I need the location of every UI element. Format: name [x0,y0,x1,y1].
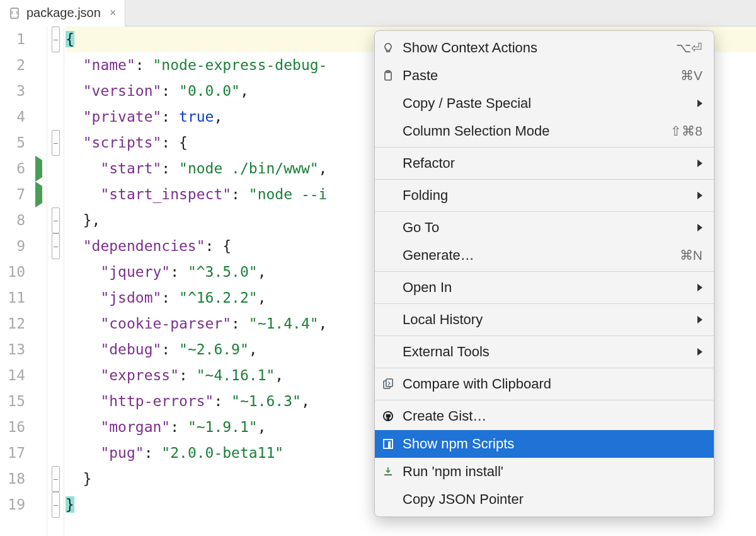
gutter-slot[interactable] [30,104,47,130]
gutter-slot[interactable] [30,414,47,440]
line-number: 16 [0,414,25,440]
token-str: "node-express-debug- [153,57,328,73]
menu-item-run-npm-install[interactable]: Run 'npm install' [375,458,714,486]
token-sp [66,341,100,358]
fold-slot[interactable] [47,414,64,440]
fold-slot[interactable] [47,466,64,492]
menu-item-show-npm-scripts[interactable]: Show npm Scripts [375,430,714,458]
gutter-slot[interactable] [30,233,47,259]
fold-slot[interactable] [47,233,64,259]
fold-toggle-icon[interactable] [52,466,60,492]
fold-slot[interactable] [47,156,64,182]
fold-slot[interactable] [47,207,64,233]
fold-slot[interactable] [47,182,64,207]
menu-item-copy-json-pointer[interactable]: Copy JSON Pointer [375,486,714,513]
token-sp [66,83,83,99]
fold-toggle-icon[interactable] [52,26,60,52]
line-number: 19 [0,492,25,518]
menu-shortcut: ⌘V [680,68,702,83]
line-number: 18 [0,466,25,492]
menu-item-compare-with-clipboard[interactable]: Compare with Clipboard [375,370,714,398]
run-script-icon[interactable] [35,182,42,207]
token-sp [66,445,100,461]
token-pun: } [83,470,92,487]
menu-item-local-history[interactable]: Local History [375,306,714,334]
fold-slot[interactable] [47,337,64,363]
menu-item-show-context-actions[interactable]: Show Context Actions⌥⏎ [375,34,714,62]
fold-toggle-icon[interactable] [52,130,60,156]
gutter-slot[interactable] [30,492,47,518]
gutter-slot[interactable] [30,259,47,285]
gutter-slot[interactable] [30,156,47,182]
menu-item-folding[interactable]: Folding [375,182,714,209]
gutter-slot[interactable] [30,182,47,207]
menu-item-label: Folding [403,187,690,204]
fold-slot[interactable] [47,130,64,156]
token-sp [66,212,83,228]
fold-slot[interactable] [47,285,64,311]
menu-item-create-gist[interactable]: Create Gist… [375,402,714,430]
fold-slot[interactable] [47,259,64,285]
fold-toggle-icon[interactable] [52,233,60,259]
token-str: "2.0.0-beta11" [161,445,284,461]
menu-item-open-in[interactable]: Open In [375,274,714,301]
fold-slot[interactable] [47,26,64,52]
fold-slot[interactable] [47,52,64,78]
gutter-slot[interactable] [30,311,47,337]
token-key: "private" [83,108,162,125]
fold-column [47,26,64,536]
menu-item-column-selection-mode[interactable]: Column Selection Mode⇧⌘8 [375,117,714,145]
fold-slot[interactable] [47,311,64,337]
run-marker-column [30,26,47,536]
gutter-slot[interactable] [30,78,47,104]
menu-item-label: Create Gist… [403,408,702,424]
svg-rect-2 [385,72,391,80]
fold-slot[interactable] [47,78,64,104]
gutter-slot[interactable] [30,337,47,363]
menu-item-label: Paste [403,67,673,84]
github-icon [381,409,395,423]
menu-item-generate[interactable]: Generate…⌘N [375,242,714,269]
menu-item-paste[interactable]: Paste⌘V [375,62,714,90]
run-script-icon[interactable] [35,156,42,182]
gutter-slot[interactable] [30,130,47,156]
gutter-slot[interactable] [30,52,47,78]
token-pun: , [258,419,266,435]
close-tab-icon[interactable]: × [106,6,117,20]
menu-item-go-to[interactable]: Go To [375,214,714,242]
fold-slot[interactable] [47,492,64,518]
token-pun: : [214,393,231,409]
clipboard-icon [381,69,395,83]
tab-bar: package.json × [0,0,756,26]
blank-icon [381,189,395,202]
token-pun: , [249,341,258,358]
menu-item-copy-paste-special[interactable]: Copy / Paste Special [375,90,714,117]
gutter-slot[interactable] [30,363,47,388]
token-str: "^16.2.2" [179,289,258,306]
token-key: "jsdom" [100,289,161,306]
fold-slot[interactable] [47,440,64,466]
gutter-slot[interactable] [30,388,47,414]
token-pun: : { [205,238,232,254]
token-pun: : [144,445,162,461]
fold-slot[interactable] [47,363,64,388]
blank-icon [381,313,395,327]
fold-toggle-icon[interactable] [52,492,60,518]
fold-slot[interactable] [47,104,64,130]
fold-slot[interactable] [47,388,64,414]
gutter-slot[interactable] [30,285,47,311]
editor-tab[interactable]: package.json × [0,0,125,26]
gutter-slot[interactable] [30,466,47,492]
menu-item-label: Show Context Actions [403,40,668,56]
gutter-slot[interactable] [30,207,47,233]
token-key: "cookie-parser" [100,315,231,332]
token-str: "^3.5.0" [188,264,258,280]
token-pun: { [66,31,74,47]
menu-item-label: Copy / Paste Special [403,95,690,112]
gutter-slot[interactable] [30,440,47,466]
fold-toggle-icon[interactable] [52,207,60,233]
gutter-slot[interactable] [30,26,47,52]
menu-item-refactor[interactable]: Refactor [375,149,714,177]
menu-item-external-tools[interactable]: External Tools [375,338,714,366]
token-sp [66,289,100,306]
